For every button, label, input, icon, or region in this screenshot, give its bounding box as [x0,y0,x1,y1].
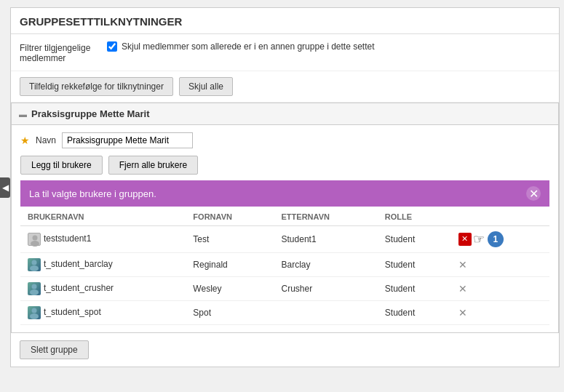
hide-members-label: Skjul medlemmer som allerede er i en ann… [122,41,375,52]
page-title: GRUPPESETTTILKNYTNINGER [11,8,559,34]
svg-point-2 [32,260,37,265]
svg-point-0 [33,236,38,241]
cell-role: Student [378,301,451,325]
cell-username: t_student_barclay [20,253,186,277]
cell-action: ✕ [451,253,549,277]
filter-checkbox-area: Skjul medlemmer som allerede er i en ann… [107,41,375,52]
cell-lastname: Barclay [274,253,378,277]
hide-all-button[interactable]: Skjul alle [179,77,233,96]
col-username: BRUKERNAVN [20,207,186,226]
svg-point-4 [32,284,37,289]
add-users-button[interactable]: Legg til brukere [20,156,103,175]
group-action-buttons: Legg til brukere Fjern alle brukere [20,156,549,175]
collapse-icon[interactable]: ▬ [19,110,27,119]
col-role: ROLLE [378,207,451,226]
col-lastname: ETTERNAVN [274,207,378,226]
info-bar-text: La til valgte brukere i gruppen. [29,188,156,199]
col-action [451,207,549,226]
username-text: t_student_spot [44,307,101,317]
group-title: Praksisgruppe Mette Marit [31,108,150,119]
hide-members-checkbox[interactable] [107,41,117,52]
top-action-buttons: Tilfeldig rekkefølge for tilknytninger S… [11,71,559,103]
svg-point-3 [30,265,39,271]
table-row: t_student_spotSpotStudent✕ [20,301,549,325]
cell-username: t_student_spot [20,301,186,325]
table-row: teststudent1TestStudent1Student✕☞1 [20,226,549,253]
svg-point-1 [31,241,39,247]
col-firstname: FORNAVN [186,207,274,226]
cell-firstname: Spot [186,301,274,325]
cell-role: Student [378,253,451,277]
user-avatar-icon [28,258,41,271]
table-row: t_student_crusherWesleyCrusherStudent✕ [20,277,549,301]
username-text: teststudent1 [44,233,91,244]
group-header: ▬ Praksisgruppe Mette Marit [12,103,558,125]
random-order-button[interactable]: Tilfeldig rekkefølge for tilknytninger [20,77,173,96]
user-avatar-icon [28,306,41,319]
name-row: ★ Navn [20,132,549,148]
filter-row: Filtrer tilgjengeligemedlemmer Skjul med… [11,34,559,71]
cell-lastname [274,301,378,325]
username-text: t_student_barclay [44,259,113,269]
footer-buttons: Slett gruppe [11,333,559,367]
info-bar-close-button[interactable]: ✕ [526,186,541,201]
table-row: t_student_barclayReginaldBarclayStudent✕ [20,253,549,277]
delete-user-button[interactable]: ✕ [458,307,467,319]
svg-point-6 [32,308,37,313]
cell-action: ✕ [451,301,549,325]
user-avatar-icon [28,233,41,246]
svg-point-5 [30,289,39,295]
table-header-row: BRUKERNAVN FORNAVN ETTERNAVN ROLLE [20,207,549,226]
step-badge: 1 [488,231,504,247]
svg-point-7 [30,313,39,319]
delete-user-button[interactable]: ✕ [458,283,467,295]
group-body: ★ Navn Legg til brukere Fjern alle bruke… [12,125,558,332]
cell-username: teststudent1 [20,226,186,253]
cell-firstname: Reginald [186,253,274,277]
username-text: t_student_crusher [44,283,114,293]
cursor-hand-icon: ☞ [473,231,485,247]
cell-action: ✕ [451,277,549,301]
delete-user-button[interactable]: ✕ [458,259,467,271]
user-avatar-icon [28,282,41,295]
cell-firstname: Test [186,226,274,253]
users-table-container: BRUKERNAVN FORNAVN ETTERNAVN ROLLE tests… [20,207,549,325]
users-table: BRUKERNAVN FORNAVN ETTERNAVN ROLLE tests… [20,207,549,325]
cell-role: Student [378,277,451,301]
cell-lastname: Student1 [274,226,378,253]
cell-action: ✕☞1 [451,226,549,253]
filter-label: Filtrer tilgjengeligemedlemmer [20,41,107,63]
info-bar: La til valgte brukere i gruppen. ✕ [20,180,549,207]
group-section: ▬ Praksisgruppe Mette Marit ★ Navn Legg … [11,103,559,333]
name-field-label: Navn [36,135,56,145]
cell-firstname: Wesley [186,277,274,301]
group-name-input[interactable] [62,132,193,148]
cell-lastname: Crusher [274,277,378,301]
required-star-icon: ★ [20,135,30,146]
cell-username: t_student_crusher [20,277,186,301]
remove-all-users-button[interactable]: Fjern alle brukere [108,156,198,175]
cell-role: Student [378,226,451,253]
delete-user-button-red[interactable]: ✕ [458,233,472,246]
sidebar-toggle[interactable]: ◀ [0,177,10,198]
delete-group-button[interactable]: Slett gruppe [20,340,89,359]
